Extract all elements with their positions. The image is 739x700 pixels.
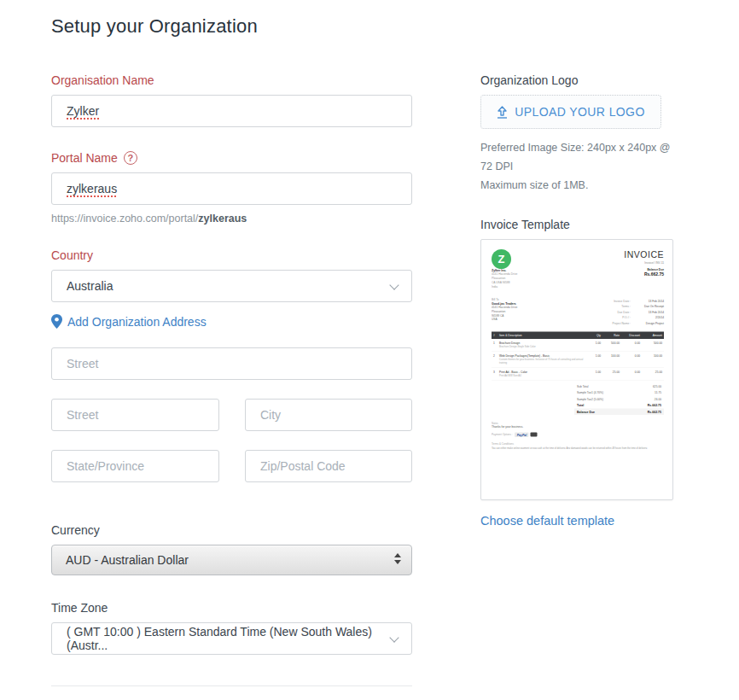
portal-name-help-icon[interactable]: ?: [124, 151, 137, 165]
balance-due-value: Rs.662.75: [624, 271, 664, 277]
city-input[interactable]: [245, 399, 412, 431]
timezone-value: ( GMT 10:00 ) Eastern Standard Time (New…: [67, 625, 397, 652]
upload-logo-button[interactable]: UPLOAD YOUR LOGO: [480, 95, 661, 129]
organisation-name-value: Zylker: [67, 104, 99, 118]
logo-size-hint: Preferred Image Size: 240px x 240px @ 72…: [480, 139, 673, 195]
page-title: Setup your Organization: [51, 15, 739, 38]
street-input[interactable]: [51, 347, 412, 380]
invoice-meta-block: Invoice Date :13 Feb 2014 Terms :Due On …: [583, 298, 664, 326]
organisation-name-label: Organisation Name: [51, 73, 412, 87]
invoice-item-row: 2 Web Design Packages(Template) - BasicC…: [492, 351, 664, 367]
card-icon: [531, 432, 538, 436]
invoice-billto-block: Bill To Good-jas Traders 4141 Hacienda D…: [492, 298, 517, 326]
setup-organization-page: Setup your Organization Organisation Nam…: [0, 0, 739, 700]
location-pin-icon: [51, 314, 62, 329]
select-stepper-icon: [394, 553, 401, 564]
right-panel: Organization Logo UPLOAD YOUR LOGO Prefe…: [480, 73, 673, 700]
street2-input[interactable]: [51, 399, 219, 431]
currency-value: AUD - Australian Dollar: [66, 553, 189, 567]
portal-name-input[interactable]: zylkeraus: [51, 172, 412, 205]
paypal-badge: PayPal: [515, 432, 528, 437]
balance-due-label: Balance Due: [624, 268, 664, 271]
organisation-name-input[interactable]: Zylker: [51, 95, 412, 127]
invoice-payment-options: Payment Options : PayPal: [492, 432, 664, 437]
organization-logo-label: Organization Logo: [480, 73, 673, 87]
invoice-terms-block: Terms & Conditions You can either make o…: [492, 442, 664, 450]
section-divider: [51, 685, 412, 686]
zip-input[interactable]: [245, 450, 412, 482]
add-organization-address-link[interactable]: Add Organization Address: [51, 314, 412, 329]
upload-icon: [497, 106, 508, 119]
country-label: Country: [51, 248, 412, 262]
timezone-label: Time Zone: [51, 601, 412, 615]
chevron-down-icon: [389, 280, 399, 289]
invoice-preview-content: Z INVOICE Invoice# INV-11 Balance Due Rs…: [481, 240, 673, 459]
currency-select[interactable]: AUD - Australian Dollar: [51, 545, 412, 575]
organization-form: Organisation Name Zylker Portal Name ? z…: [51, 73, 412, 700]
invoice-notes-block: Notes Thanks for your business.: [492, 422, 664, 429]
portal-name-label: Portal Name ?: [51, 151, 412, 165]
currency-label: Currency: [51, 523, 412, 537]
invoice-item-row: 1 Brochure DesignBrochure Design-Single …: [492, 339, 664, 352]
invoice-brand-logo: Z: [492, 249, 511, 269]
portal-url-slug: zylkeraus: [198, 213, 247, 225]
timezone-select[interactable]: ( GMT 10:00 ) Eastern Standard Time (New…: [51, 622, 412, 655]
invoice-template-preview[interactable]: Z INVOICE Invoice# INV-11 Balance Due Rs…: [480, 239, 673, 500]
invoice-number: Invoice# INV-11: [624, 260, 664, 264]
state-input[interactable]: [51, 450, 219, 482]
country-value: Australia: [67, 279, 113, 293]
invoice-heading: INVOICE: [624, 249, 664, 260]
invoice-template-label: Invoice Template: [480, 218, 673, 231]
portal-name-value: zylkeraus: [67, 182, 117, 195]
choose-default-template-link[interactable]: Choose default template: [480, 514, 614, 528]
country-select[interactable]: Australia: [51, 270, 412, 302]
invoice-item-row: 3 Print Ad - Basic - ColorPrint Ad B/W S…: [492, 367, 664, 380]
invoice-items-table: # Item & Description Qty Rate Discount A…: [492, 331, 664, 380]
portal-url-preview: https://invoice.zoho.com/portal/zylkerau…: [51, 213, 412, 225]
invoice-totals-block: Sub Total625.00 Sample Tax1 (4.70%)11.75…: [574, 382, 664, 415]
